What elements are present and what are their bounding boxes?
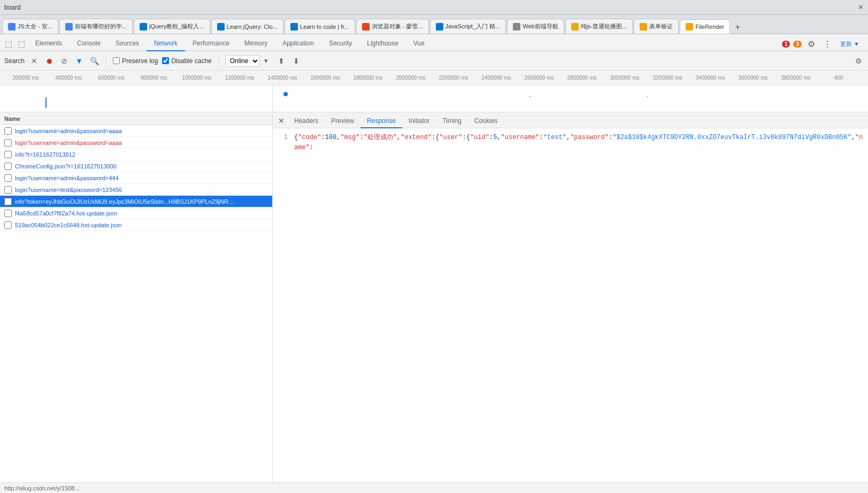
update-button[interactable]: 更新 ▼	[837, 37, 863, 50]
tab-sources[interactable]: Sources	[108, 36, 147, 51]
disable-cache-label[interactable]: Disable cache	[162, 57, 211, 65]
tick-8: 1800000 ms	[347, 75, 389, 81]
req-checkbox-5[interactable]	[4, 174, 12, 182]
tab-initiator[interactable]: Initiator	[402, 114, 436, 128]
filter-button[interactable]: ▼	[74, 56, 85, 66]
request-item-4[interactable]: ChromeConfig.json?r=1611627013000	[0, 160, 272, 172]
tick-9: 2000000 ms	[389, 75, 432, 81]
request-item-5[interactable]: login?username=admin&password=444	[0, 172, 272, 184]
clear-search-button[interactable]: ✕	[29, 56, 40, 66]
browser-tab-2[interactable]: 前端有哪些好的学...	[59, 19, 133, 34]
tick-16: 3400000 ms	[689, 75, 732, 81]
tab-elements[interactable]: Elements	[28, 36, 70, 51]
export-button[interactable]: ⬇	[291, 56, 302, 66]
tab-cookies[interactable]: Cookies	[468, 114, 504, 128]
browser-tab-4[interactable]: Learn jQuery: Clo...	[211, 19, 283, 34]
devtools-tabs-bar: ⬚ ⬚ Elements Console Sources Network Per…	[0, 34, 868, 51]
status-url: http://aliug.csdn.net/y/1508...	[4, 485, 80, 491]
req-checkbox-9[interactable]	[4, 221, 12, 229]
tab-memory[interactable]: Memory	[237, 36, 275, 51]
title-bar: board ✕	[0, 0, 868, 15]
browser-tab-3[interactable]: jQuery教程_编程入...	[134, 19, 210, 34]
tab-security[interactable]: Security	[321, 36, 359, 51]
tab-headers[interactable]: Headers	[288, 114, 325, 128]
preserve-log-label[interactable]: Preserve log	[113, 57, 158, 65]
req-checkbox-6[interactable]	[4, 186, 12, 194]
response-body: 1 {"code":100,"msg":"处理成功","extend":{"us…	[273, 128, 868, 482]
search-button[interactable]: 🔍	[89, 56, 99, 66]
main-content-area: Name login?username=admin&password=aaaa …	[0, 112, 868, 482]
browser-tab-11[interactable]: FileRender	[680, 19, 730, 34]
clear-button[interactable]: ⊘	[59, 56, 70, 66]
throttle-select[interactable]: Online	[225, 55, 260, 67]
browser-tab-7[interactable]: JavaScript_入门 精...	[430, 19, 506, 34]
req-name-1: login?username=admin&password=aaaa	[15, 128, 268, 134]
tab-lighthouse[interactable]: Lighthouse	[359, 36, 406, 51]
request-item-3[interactable]: info?t=1611627013012	[0, 149, 272, 160]
tick-17: 3600000 ms	[732, 75, 774, 81]
settings-button[interactable]: ⚙	[805, 37, 818, 50]
tab-label-9: 纯js-普通轮播图...	[581, 22, 627, 30]
req-checkbox-4[interactable]	[4, 163, 12, 170]
inspector-button[interactable]: ⬚	[15, 37, 28, 50]
tick-0: 200000 ms	[4, 75, 47, 81]
browser-tab-6[interactable]: 浏览器对象 - 廖雪...	[356, 19, 429, 34]
response-panel: ✕ Headers Preview Response Initiator Tim…	[273, 112, 868, 482]
req-checkbox-7[interactable]	[4, 198, 12, 205]
close-icon[interactable]: ✕	[858, 3, 864, 11]
tab-performance[interactable]: Performance	[185, 36, 237, 51]
req-checkbox-1[interactable]	[4, 127, 12, 135]
request-item-2[interactable]: login?username=admin&password=aaaa	[0, 137, 272, 149]
tick-4: 1000000 ms	[175, 75, 218, 81]
tab-favicon-7	[436, 23, 443, 30]
tab-preview[interactable]: Preview	[325, 114, 360, 128]
settings-network-button[interactable]: ⚙	[853, 56, 864, 66]
request-item-6[interactable]: login?username=test&password=123456	[0, 184, 272, 196]
tab-favicon-5	[290, 23, 298, 30]
timeline-visual	[0, 86, 868, 112]
tick-1: 400000 ms	[47, 75, 90, 81]
more-options-button[interactable]: ⋮	[821, 37, 834, 50]
response-tabs: ✕ Headers Preview Response Initiator Tim…	[273, 112, 868, 128]
req-name-3: info?t=1611627013012	[15, 151, 268, 158]
record-button[interactable]: ⏺	[44, 56, 55, 66]
tab-favicon-4	[217, 23, 225, 30]
tab-favicon-2	[65, 23, 73, 30]
tab-favicon-3	[140, 23, 147, 30]
tab-timing[interactable]: Timing	[436, 114, 468, 128]
devtools-panel: ⬚ ⬚ Elements Console Sources Network Per…	[0, 34, 868, 493]
throttle-dropdown[interactable]: ▾	[261, 56, 272, 66]
browser-tab-10[interactable]: 表单验证	[634, 19, 679, 34]
req-checkbox-2[interactable]	[4, 139, 12, 147]
response-close-button[interactable]: ✕	[275, 114, 288, 128]
browser-tab-5[interactable]: Learn to code | fr...	[285, 19, 355, 34]
browser-tab-1[interactable]: JS大全 - 安...	[2, 19, 58, 34]
request-item-1[interactable]: login?username=admin&password=aaaa	[0, 125, 272, 137]
request-item-7[interactable]: info?token=eyJhbGciOiJIUzUxMiJ9.eyJpc3Mi…	[0, 196, 272, 207]
request-item-8[interactable]: f4a58cd57a0cf7f82a74.hot-update.json	[0, 207, 272, 219]
tab-network[interactable]: Network	[147, 36, 185, 51]
timeline-ticks: 200000 ms 400000 ms 600000 ms 800000 ms …	[0, 71, 868, 86]
dock-button[interactable]: ⬚	[2, 37, 15, 50]
import-button[interactable]: ⬆	[276, 56, 287, 66]
tab-console[interactable]: Console	[70, 36, 108, 51]
warning-badge: 3	[793, 41, 802, 48]
req-checkbox-8[interactable]	[4, 210, 12, 217]
tab-vue[interactable]: Vue	[406, 36, 432, 51]
tab-response[interactable]: Response	[360, 114, 402, 128]
new-tab-button[interactable]: +	[731, 21, 744, 34]
tab-favicon-6	[362, 23, 370, 30]
req-checkbox-3[interactable]	[4, 151, 12, 158]
title-bar-text: board	[4, 4, 21, 11]
tab-application[interactable]: Application	[275, 36, 321, 51]
tab-label-11: FileRender	[695, 24, 724, 30]
request-item-9[interactable]: 519ac054b022ce1c6648.hot-update.json	[0, 219, 272, 231]
preserve-log-checkbox[interactable]	[113, 57, 120, 64]
browser-tab-8[interactable]: Web前端导航	[507, 19, 564, 34]
browser-tab-9[interactable]: 纯js-普通轮播图...	[565, 19, 633, 34]
tick-14: 3000000 ms	[603, 75, 646, 81]
tab-label-2: 前端有哪些好的学...	[75, 22, 127, 30]
request-list-header: Name	[0, 112, 272, 125]
disable-cache-checkbox[interactable]	[162, 57, 169, 64]
tab-label-5: Learn to code | fr...	[300, 24, 349, 30]
